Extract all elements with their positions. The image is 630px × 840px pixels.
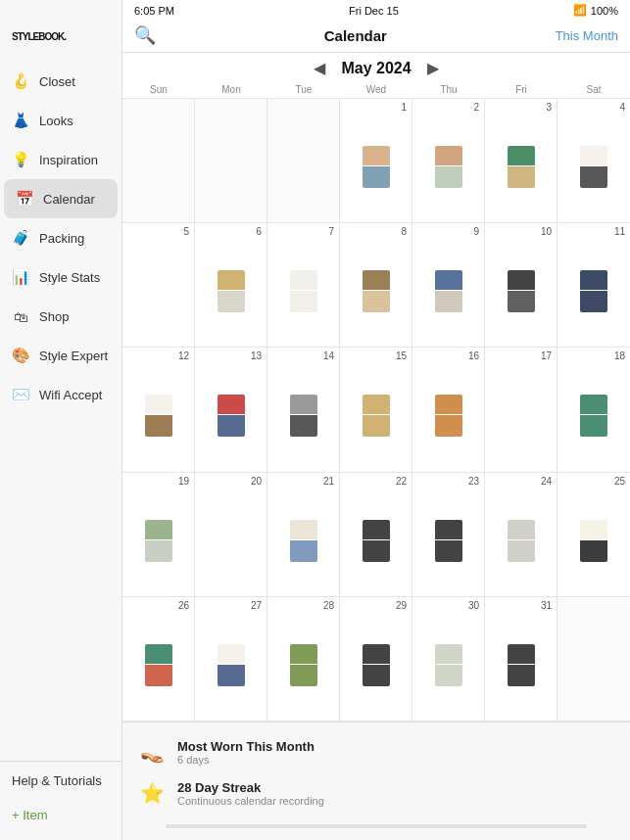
calendar-cell-28[interactable]: 28: [267, 597, 340, 722]
outfit-top: [290, 270, 317, 290]
outfit-sketch-3: [508, 146, 535, 188]
sidebar-label-looks: Looks: [39, 114, 73, 128]
calendar-cell-20[interactable]: 20: [195, 473, 267, 597]
status-right: 📶 100%: [573, 4, 618, 17]
outfit-15: [342, 362, 410, 469]
outfit-23: [414, 488, 482, 594]
month-year: 2024: [376, 60, 412, 76]
search-button[interactable]: 🔍: [134, 24, 156, 46]
sidebar-item-calendar[interactable]: 📅 Calendar: [4, 179, 118, 218]
outfit-top: [290, 644, 317, 664]
calendar-cell-6[interactable]: 6: [195, 223, 267, 348]
calendar-cell-24[interactable]: 24: [485, 473, 557, 597]
day-number-11: 11: [559, 225, 628, 238]
day-number-22: 22: [342, 475, 410, 488]
calendar-cell-29[interactable]: 29: [340, 597, 412, 722]
calendar-cell-21[interactable]: 21: [267, 473, 340, 597]
help-tutorials[interactable]: Help & Tutorials: [0, 762, 121, 800]
outfit-bottom: [218, 415, 245, 437]
sidebar-item-style-stats[interactable]: 📊 Style Stats: [0, 257, 121, 297]
outfit-bottom: [218, 291, 245, 312]
page-title: Calendar: [324, 27, 387, 44]
outfit-28: [269, 612, 337, 719]
outfit-sketch-19: [145, 520, 172, 562]
calendar-cell-23[interactable]: 23: [412, 473, 485, 597]
streak-text: 28 Day Streak Continuous calendar record…: [177, 780, 324, 807]
outfit-10: [487, 238, 555, 345]
day-header-wed: Wed: [340, 81, 412, 98]
day-headers: SunMonTueWedThuFriSat: [122, 81, 630, 99]
prev-month-button[interactable]: ◀: [314, 59, 325, 77]
calendar-cell-7[interactable]: 7: [267, 223, 340, 348]
calendar-cell-30[interactable]: 30: [412, 597, 485, 722]
day-number-21: 21: [269, 475, 337, 488]
calendar-cell-4[interactable]: 4: [557, 99, 630, 223]
calendar-cell-9[interactable]: 9: [412, 223, 485, 348]
calendar-cell-16[interactable]: 16: [412, 348, 485, 472]
calendar-cell-8[interactable]: 8: [340, 223, 412, 348]
nav-items: 🪝 Closet👗 Looks💡 Inspiration📅 Calendar🧳 …: [0, 62, 121, 761]
sidebar-item-wifi-accept[interactable]: ✉️ Wifi Accept: [0, 375, 121, 414]
calendar-cell-3[interactable]: 3: [485, 99, 557, 223]
outfit-bottom: [363, 166, 390, 188]
day-number-7: 7: [269, 225, 337, 238]
calendar-cell-17[interactable]: 17: [485, 348, 557, 472]
day-number-30: 30: [414, 599, 482, 612]
calendar-cell-2[interactable]: 2: [412, 99, 485, 223]
calendar-grid: 1234567891011121314151617181920212223242…: [122, 99, 630, 722]
calendar-cell-31[interactable]: 31: [485, 597, 557, 722]
most-worn-item: 👡 Most Worn This Month 6 days: [136, 736, 616, 768]
calendar-month-title: May 2024: [341, 60, 411, 77]
sidebar-label-wifi-accept: Wifi Accept: [39, 388, 102, 402]
calendar-cell-26[interactable]: 26: [122, 597, 195, 722]
calendar-cell-12[interactable]: 12: [122, 348, 195, 472]
outfit-top: [290, 520, 317, 539]
outfit-top: [435, 520, 462, 539]
outfit-sketch-27: [218, 644, 245, 686]
outfit-7: [269, 238, 337, 345]
most-worn-days: 6 days: [177, 754, 315, 766]
calendar-cell-14[interactable]: 14: [267, 348, 340, 472]
day-number-3: 3: [487, 101, 555, 114]
calendar-icon: 📅: [14, 188, 35, 210]
outfit-2: [414, 114, 482, 220]
calendar-cell-25[interactable]: 25: [557, 473, 630, 597]
calendar-cell-13[interactable]: 13: [195, 348, 267, 472]
outfit-9: [414, 238, 482, 345]
outfit-18: [559, 362, 628, 469]
outfit-sketch-24: [508, 520, 535, 562]
outfit-bottom: [363, 291, 390, 312]
most-worn-title: Most Worn This Month: [177, 739, 315, 754]
sidebar-item-closet[interactable]: 🪝 Closet: [0, 62, 121, 101]
sidebar-item-style-expert[interactable]: 🎨 Style Expert: [0, 336, 121, 375]
calendar-cell-11[interactable]: 11: [557, 223, 630, 348]
calendar-cell-19[interactable]: 19: [122, 473, 195, 597]
sidebar-item-looks[interactable]: 👗 Looks: [0, 101, 121, 140]
calendar-cell-1[interactable]: 1: [340, 99, 412, 223]
this-month-button[interactable]: This Month: [556, 28, 618, 43]
calendar-cell-27[interactable]: 27: [195, 597, 267, 722]
day-number-19: 19: [124, 475, 192, 488]
next-month-button[interactable]: ▶: [427, 59, 439, 77]
calendar-cell-15[interactable]: 15: [340, 348, 412, 472]
day-number-17: 17: [487, 350, 555, 362]
day-number-18: 18: [559, 350, 628, 362]
sidebar-item-packing[interactable]: 🧳 Packing: [0, 218, 121, 257]
add-item-button[interactable]: + Item: [0, 800, 121, 830]
calendar-cell-18[interactable]: 18: [557, 348, 630, 472]
day-header-sun: Sun: [122, 81, 195, 98]
outfit-31: [487, 612, 555, 719]
day-header-mon: Mon: [195, 81, 267, 98]
calendar-cell-22[interactable]: 22: [340, 473, 412, 597]
month-name: May: [341, 60, 371, 76]
closet-icon: 🪝: [10, 70, 31, 92]
calendar-cell-10[interactable]: 10: [485, 223, 557, 348]
calendar-cell-5[interactable]: 5: [122, 223, 195, 348]
sidebar-item-shop[interactable]: 🛍 Shop: [0, 297, 121, 336]
outfit-12: [124, 362, 192, 469]
outfit-top: [290, 395, 317, 414]
outfit-11: [559, 238, 628, 345]
outfit-bottom: [363, 665, 390, 686]
sidebar-item-inspiration[interactable]: 💡 Inspiration: [0, 140, 121, 179]
outfit-bottom: [580, 291, 607, 312]
